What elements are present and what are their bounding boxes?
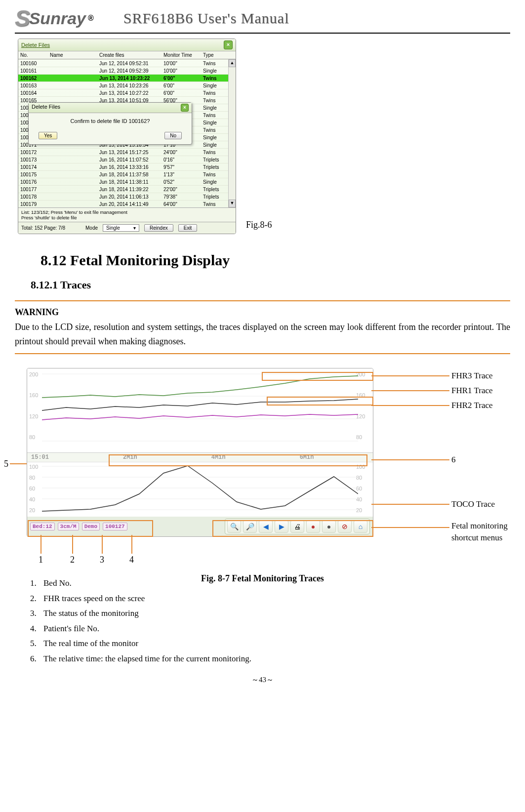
- toco-trace-svg: [42, 462, 358, 517]
- monitor-status-bar: Bed:12 3cm/M Demo 100127 🔍 🔎 ◀ ▶ 🖨 ● ● ⊘…: [27, 517, 373, 536]
- registered-mark: ®: [88, 14, 94, 23]
- arrow-right-icon[interactable]: ▶: [275, 520, 288, 533]
- table-row[interactable]: 100179Jun 20, 2014 14:11:4964'00"Twins: [18, 200, 236, 207]
- callout-1: 1: [39, 555, 43, 565]
- time-6min: 6Min: [300, 454, 314, 461]
- label-fhr2-trace: FHR2 Trace: [451, 401, 493, 410]
- scrollbar[interactable]: ▲ ▼: [228, 59, 236, 207]
- arrow-left-icon[interactable]: ◀: [259, 520, 273, 533]
- table-row[interactable]: 100178Jun 20, 2014 11:06:1379'38"Triplet…: [18, 193, 236, 200]
- fhr1-trace: [42, 399, 358, 410]
- table-row[interactable]: 100176Jun 18, 2014 11:38:110'52"Single: [18, 178, 236, 185]
- bed-number: Bed:12: [30, 523, 55, 530]
- table-row[interactable]: 100164Jun 13, 2014 10:27:226'00"Twins: [18, 89, 236, 96]
- page-header: S Sunray ® SRF618B6 User's Manual: [15, 0, 510, 34]
- time-realtime: 15:01: [31, 454, 49, 461]
- table-row[interactable]: 100161Jun 12, 2014 09:52:3910'00"Single: [18, 67, 236, 74]
- status-line-1: List: 123/152; Press 'Menu' to exit file…: [21, 209, 233, 215]
- exit-button[interactable]: Exit: [178, 224, 198, 232]
- legend-item: FHR traces speed on the scree: [39, 591, 510, 607]
- status-line-2: Press 'shuttle' to delete file: [21, 215, 233, 220]
- toco-chart-area: 10080604020 10080604020: [27, 462, 373, 517]
- record-icon[interactable]: ●: [306, 520, 320, 533]
- table-row[interactable]: 100160Jun 12, 2014 09:52:3110'00"Twins: [18, 59, 236, 67]
- label-shortcut-menus-1: Fetal monitoring: [451, 521, 508, 531]
- yes-button[interactable]: Yes: [39, 132, 57, 139]
- shortcut-menu: 🔍 🔎 ◀ ▶ 🖨 ● ● ⊘ ⌂: [225, 519, 370, 534]
- label-shortcut-menus-2: shortcut menus: [451, 533, 502, 543]
- mode-label: Mode: [85, 225, 98, 231]
- scroll-down-icon[interactable]: ▼: [229, 200, 236, 207]
- legend-item: Patient's file No.: [39, 621, 510, 637]
- zoom-in-icon[interactable]: 🔍: [227, 520, 241, 533]
- confirm-message: Confirm to delete file ID 100162?: [29, 113, 192, 129]
- stop-record-icon[interactable]: ●: [322, 520, 336, 533]
- brand-initial: S: [15, 5, 30, 32]
- confirm-title: Delete Files: [32, 104, 60, 112]
- label-fhr3-trace: FHR3 Trace: [451, 371, 493, 381]
- time-axis: 15:01 2Min 4Min 6Min: [27, 453, 373, 462]
- brand-text: Sunray: [29, 9, 86, 28]
- warning-label: WARNING: [15, 305, 510, 320]
- section-8-12-heading: 8.12 Fetal Monitoring Display: [40, 252, 510, 269]
- col-no: No.: [20, 52, 50, 58]
- trace-speed: 3cm/M: [58, 523, 79, 530]
- zoom-out-icon[interactable]: 🔎: [243, 520, 257, 533]
- brand-logo: S Sunray ®: [15, 5, 94, 32]
- warning-text: Due to the LCD size, resolution and syst…: [15, 320, 510, 349]
- cancel-icon[interactable]: ⊘: [338, 520, 352, 533]
- legend-item: The real time of the monitor: [39, 636, 510, 651]
- toco-trace: [42, 466, 358, 511]
- callout-2: 2: [70, 555, 75, 565]
- col-name: Name: [50, 52, 99, 58]
- callout-3: 3: [100, 555, 104, 565]
- fhr-chart-area: 20016012080 20016012080: [27, 368, 373, 453]
- callout-4: 4: [129, 555, 134, 565]
- chevron-down-icon: ▾: [133, 225, 136, 231]
- mode-value: Single: [106, 225, 120, 231]
- total-pages: Total: 152 Page: 7/8: [21, 225, 81, 231]
- confirm-titlebar: Delete Files ×: [29, 103, 192, 113]
- confirm-dialog: Delete Files × Confirm to delete file ID…: [28, 102, 192, 145]
- scroll-up-icon[interactable]: ▲: [229, 59, 236, 67]
- table-row[interactable]: 100162Jun 13, 2014 10:23:226'00"Twins: [18, 74, 236, 81]
- table-row[interactable]: 100175Jun 18, 2014 11:37:581'13"Twins: [18, 170, 236, 178]
- window-title: Delete Files: [21, 42, 50, 48]
- fhr-traces: [42, 368, 358, 452]
- no-button[interactable]: No: [164, 132, 182, 139]
- fetal-monitor-chart: 20016012080 20016012080 15:: [27, 368, 373, 537]
- divider: [15, 300, 510, 301]
- table-row[interactable]: 100163Jun 13, 2014 10:23:266'00"Single: [18, 81, 236, 89]
- callout-6: 6: [451, 455, 456, 465]
- manual-title: SRF618B6 User's Manual: [123, 10, 289, 27]
- home-icon[interactable]: ⌂: [354, 520, 367, 533]
- close-icon[interactable]: ×: [181, 104, 189, 112]
- figure-legend: Bed No.FHR traces speed on the screeThe …: [15, 576, 510, 667]
- monitor-mode: Demo: [82, 523, 100, 530]
- fhr3-trace: [42, 376, 358, 398]
- col-created: Create files: [99, 52, 163, 58]
- time-2min: 2Min: [123, 454, 137, 461]
- window-footer: Total: 152 Page: 7/8 Mode Single ▾ Reind…: [18, 222, 236, 234]
- figure-8-6-caption: Fig.8-6: [246, 220, 272, 234]
- close-icon[interactable]: ×: [224, 41, 233, 49]
- callout-5: 5: [4, 459, 8, 469]
- delete-files-window: Delete Files × No. Name Create files Mon…: [18, 39, 236, 234]
- table-row[interactable]: 100177Jun 18, 2014 11:39:2222'00"Triplet…: [18, 185, 236, 193]
- time-4min: 4Min: [211, 454, 226, 461]
- patient-file-no: 100127: [103, 523, 127, 530]
- table-row[interactable]: 100172Jun 13, 2014 15:17:2524'00"Twins: [18, 148, 236, 156]
- table-header: No. Name Create files Monitor Time Type: [18, 51, 236, 59]
- print-icon[interactable]: 🖨: [290, 520, 304, 533]
- window-titlebar: Delete Files ×: [18, 39, 236, 51]
- mode-dropdown[interactable]: Single ▾: [103, 224, 139, 232]
- table-row[interactable]: 100173Jun 16, 2014 11:07:520'16"Triplets: [18, 156, 236, 163]
- col-monitor-time: Monitor Time: [163, 52, 203, 58]
- page-number: ～43～: [15, 675, 510, 685]
- table-row[interactable]: 100174Jun 16, 2014 13:33:169'57"Triplets: [18, 163, 236, 170]
- legend-item: The relative time: the elapsed time for …: [39, 651, 510, 667]
- legend-item: The status of the monitoring: [39, 606, 510, 621]
- section-8-12-1-heading: 8.12.1 Traces: [31, 279, 510, 291]
- reindex-button[interactable]: Reindex: [144, 224, 173, 232]
- col-type: Type: [203, 52, 230, 58]
